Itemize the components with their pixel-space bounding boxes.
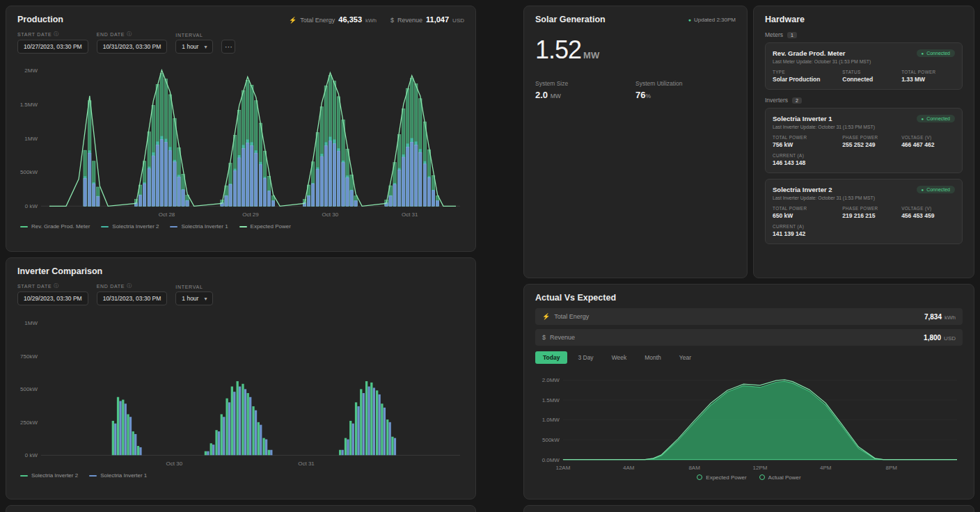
legend-item-solectria-inverter-1[interactable]: Solectria Inverter 1 xyxy=(89,472,147,479)
hardware-title: Hardware xyxy=(765,15,805,24)
tab-month[interactable]: Month xyxy=(637,351,669,364)
bolt-icon: ⚡ xyxy=(542,313,550,320)
section-label: Inverters xyxy=(765,97,788,104)
tab-3-day[interactable]: 3 Day xyxy=(570,351,601,364)
comparison-title: Inverter Comparison xyxy=(17,266,102,276)
end-date-field: End Date ⓘ 10/31/2023, 03:30 PM xyxy=(97,31,168,54)
end-date-input[interactable]: 10/31/2023, 03:30 PM xyxy=(97,40,168,54)
svg-text:1.5MW: 1.5MW xyxy=(542,397,560,403)
field-value: 756 kW xyxy=(773,141,837,148)
interval-select[interactable]: 1 hour ▾ xyxy=(175,40,213,54)
field-value: 456 453 459 xyxy=(901,212,955,219)
circle-icon xyxy=(759,474,765,480)
status-dot-icon: ● xyxy=(922,188,924,192)
legend-item-expected-power[interactable]: Expected Power xyxy=(239,223,291,230)
svg-text:750kW: 750kW xyxy=(20,353,38,360)
interval-field: Interval 1 hour ▾ xyxy=(175,285,213,305)
legend-item-actual-power[interactable]: Actual Power xyxy=(759,474,801,481)
device-updated: Last Inverter Update: October 31 (1:53 P… xyxy=(773,125,955,129)
updated-text: Updated 2:30PM xyxy=(694,17,736,23)
tab-today[interactable]: Today xyxy=(535,351,567,364)
stat-unit: kWh xyxy=(365,17,377,24)
info-icon: ⓘ xyxy=(127,282,132,289)
section-meters: Meters1 xyxy=(765,31,963,38)
legend-swatch xyxy=(20,226,28,228)
start-date-input[interactable]: 10/29/2023, 03:30 PM xyxy=(17,291,88,305)
production-title: Production xyxy=(17,15,63,24)
legend-item-solectria-inverter-1[interactable]: Solectria Inverter 1 xyxy=(170,223,228,230)
next-panel-stub xyxy=(6,505,476,512)
row-value: 1,800 xyxy=(924,334,941,342)
field-total-power: Total Power650 kW xyxy=(773,206,837,219)
svg-text:500kW: 500kW xyxy=(542,437,560,443)
solar-dashboard: Production ⚡Total Energy46,353kWh$Revenu… xyxy=(0,0,980,512)
stat-label: Total Energy xyxy=(300,17,335,24)
count-badge: 2 xyxy=(792,97,802,104)
system-size-unit: MW xyxy=(551,93,561,99)
end-date-field: End Date ⓘ 10/31/2023, 03:30 PM xyxy=(97,282,168,305)
device-card-solectria-inverter-1: Solectria Inverter 1●ConnectedLast Inver… xyxy=(765,108,963,173)
start-date-label: Start Date xyxy=(17,284,52,289)
legend-item-rev-grade-prod-meter[interactable]: Rev. Grade Prod. Meter xyxy=(20,223,90,230)
legend-swatch xyxy=(89,475,97,477)
comparison-legend: Solectria Inverter 2Solectria Inverter 1 xyxy=(17,472,464,479)
dollar-icon: $ xyxy=(542,334,546,341)
svg-text:Oct 30: Oct 30 xyxy=(166,461,183,467)
device-name: Solectria Inverter 2 xyxy=(773,186,832,193)
production-header-stats: ⚡Total Energy46,353kWh$Revenue11,047USD xyxy=(289,15,464,24)
svg-text:2.0MW: 2.0MW xyxy=(542,377,560,383)
svg-text:Oct 31: Oct 31 xyxy=(298,461,315,467)
more-options-button[interactable]: ⋯ xyxy=(221,40,235,54)
start-date-input[interactable]: 10/27/2023, 03:30 PM xyxy=(17,40,88,54)
field-value: Connected xyxy=(842,76,896,83)
current-generation: 1.52MW xyxy=(535,35,736,65)
field-label: Total Power xyxy=(773,206,837,211)
summary-row-total-energy: ⚡Total Energy7,834kWh xyxy=(535,308,963,325)
section-inverters: Inverters2 xyxy=(765,97,963,104)
dollar-icon: $ xyxy=(390,17,394,24)
legend-swatch xyxy=(101,226,109,228)
svg-text:4PM: 4PM xyxy=(820,465,831,471)
legend-item-solectria-inverter-2[interactable]: Solectria Inverter 2 xyxy=(101,223,159,230)
bolt-icon: ⚡ xyxy=(289,17,297,24)
legend-swatch xyxy=(239,226,247,228)
tab-week[interactable]: Week xyxy=(604,351,635,364)
legend-item-expected-power[interactable]: Expected Power xyxy=(697,474,746,481)
comparison-chart-area: 1MW750kW500kW250kW0 kWOct 30Oct 31 xyxy=(17,308,464,470)
legend-item-solectria-inverter-2[interactable]: Solectria Inverter 2 xyxy=(20,472,78,479)
svg-text:4AM: 4AM xyxy=(623,465,634,471)
revenue-stat: $Revenue11,047USD xyxy=(390,15,464,24)
actual-power-area xyxy=(563,381,957,459)
solar-generation-header: Solar Generation ● Updated 2:30PM xyxy=(535,15,736,24)
legend-swatch xyxy=(170,226,177,228)
status-label: Connected xyxy=(926,116,950,121)
count-badge: 1 xyxy=(787,32,797,38)
actual-vs-expected-header: Actual Vs Expected xyxy=(535,293,963,303)
field-type: TypeSolar Production xyxy=(773,70,837,83)
next-panel-stub xyxy=(523,505,974,512)
start-date-field: Start Date ⓘ 10/29/2023, 03:30 PM xyxy=(17,282,88,305)
end-date-label: End Date xyxy=(97,284,125,289)
system-size-label: System Size xyxy=(535,80,635,87)
end-date-input[interactable]: 10/31/2023, 03:30 PM xyxy=(97,291,168,305)
production-legend: Rev. Grade Prod. MeterSolectria Inverter… xyxy=(17,223,464,230)
field-phase-power: Phase Power255 252 249 xyxy=(842,135,896,148)
actual-vs-expected-title: Actual Vs Expected xyxy=(535,293,616,303)
current-generation-unit: MW xyxy=(583,50,599,61)
comparison-header: Inverter Comparison xyxy=(17,266,464,276)
bars xyxy=(84,74,439,207)
field-label: Phase Power xyxy=(842,206,896,211)
field-total-power: Total Power1.33 MW xyxy=(901,70,955,83)
field-value: 141 139 142 xyxy=(773,230,837,237)
inverter-comparison-panel: Inverter Comparison Start Date ⓘ 10/29/2… xyxy=(6,257,476,499)
field-value: 466 467 462 xyxy=(901,141,955,148)
tab-year[interactable]: Year xyxy=(672,351,699,364)
svg-text:1.5MW: 1.5MW xyxy=(20,102,38,108)
interval-select[interactable]: 1 hour ▾ xyxy=(175,291,213,305)
svg-text:1.0MW: 1.0MW xyxy=(542,417,560,423)
chevron-down-icon: ▾ xyxy=(204,44,207,50)
solar-generation-stats: System Size 2.0 MW System Utilization 76… xyxy=(535,80,736,100)
svg-text:0 kW: 0 kW xyxy=(25,203,38,209)
svg-text:0.0MW: 0.0MW xyxy=(542,457,560,463)
field-label: Voltage (V) xyxy=(901,206,955,211)
